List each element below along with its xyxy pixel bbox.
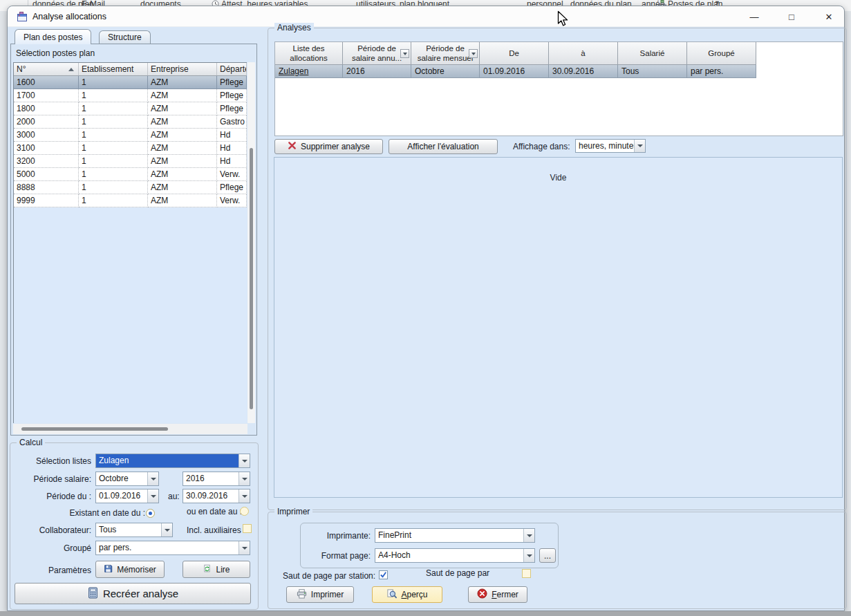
analyses-column-header[interactable]: De <box>480 42 549 65</box>
dropdown-arrow-button[interactable] <box>634 140 645 152</box>
plan-table-row[interactable]: 30001AZMHd <box>14 129 247 142</box>
plan-table-cell: AZM <box>148 76 217 89</box>
periode-salaire-month-combo[interactable]: Octobre <box>95 472 159 486</box>
recreer-analyse-button[interactable]: Recréer analyse <box>15 583 251 604</box>
analyses-column-header[interactable]: Salarié <box>618 42 687 65</box>
plan-table-row[interactable]: 18001AZMPflege <box>14 102 247 115</box>
plan-table-cell: 1 <box>79 89 148 102</box>
column-header-departement[interactable]: Départe <box>217 63 247 75</box>
browse-label: ... <box>544 551 551 561</box>
selection-listes-combo[interactable]: Zulagen <box>95 454 250 468</box>
collaborateur-label: Collaborateur: <box>15 525 91 535</box>
dropdown-arrow-button[interactable] <box>239 454 250 467</box>
periode-au-combo[interactable]: 30.09.2016 <box>183 489 250 503</box>
vertical-scrollbar[interactable] <box>247 62 255 423</box>
browse-format-button[interactable]: ... <box>539 548 556 563</box>
column-header-etablissement[interactable]: Etablissement <box>79 63 148 75</box>
plan-table-row[interactable]: 17001AZMPflege <box>14 89 247 102</box>
plan-table-row[interactable]: 32001AZMHd <box>14 155 247 168</box>
analyses-table-row[interactable]: Zulagen2016Octobre01.09.201630.09.2016To… <box>275 65 843 78</box>
analyses-row-cell: 01.09.2016 <box>480 65 549 78</box>
analyses-column-header[interactable]: Période de salaire mensuel <box>411 42 480 65</box>
affichage-dans-value: heures, minutes de l <box>576 140 634 152</box>
dropdown-arrow-button[interactable] <box>523 529 534 542</box>
plan-table-cell: 3100 <box>14 142 79 155</box>
memoriser-button[interactable]: Mémoriser <box>95 561 165 578</box>
plan-table-cell: AZM <box>148 89 217 102</box>
dropdown-arrow-button[interactable] <box>161 523 172 536</box>
groupe-label: Groupé <box>15 543 91 553</box>
afficher-evaluation-button[interactable]: Afficher l'évaluation <box>389 139 498 154</box>
plan-table-cell: 1 <box>79 76 148 89</box>
dropdown-arrow-button[interactable] <box>239 472 250 485</box>
plan-table-row[interactable]: 99991AZMVerw. <box>14 194 247 207</box>
apercu-button[interactable]: Aperçu <box>372 586 442 603</box>
analyses-column-header-label: Liste des allocations <box>290 44 327 64</box>
periode-du-combo[interactable]: 01.09.2016 <box>95 489 159 503</box>
imprimer-button[interactable]: Imprimer <box>286 586 354 603</box>
plan-table-row[interactable]: 88881AZMPflege <box>14 181 247 194</box>
plan-table-cell: Pflege <box>217 102 247 115</box>
incl-auxiliaires-checkbox[interactable] <box>243 524 252 533</box>
horizontal-scrollbar-thumb[interactable] <box>21 427 168 431</box>
plan-table-cell: 1 <box>79 155 148 168</box>
periode-salaire-year-combo[interactable]: 2016 <box>183 472 250 486</box>
plan-table-cell: 1800 <box>14 102 79 115</box>
column-header-numero[interactable]: N° <box>14 63 79 75</box>
plan-table-cell: Pflege <box>217 89 247 102</box>
periode-au-value: 30.09.2016 <box>183 489 239 503</box>
affichage-dans-combo[interactable]: heures, minutes de l <box>575 139 646 153</box>
saut-page-par-label: Saut de page par <box>426 568 489 578</box>
imprimante-combo[interactable]: FinePrint <box>375 528 535 543</box>
plan-table-cell: 3000 <box>14 129 79 142</box>
saut-page-station-checkbox[interactable] <box>379 570 388 579</box>
horizontal-scrollbar[interactable] <box>13 424 247 434</box>
plan-group-label: Sélection postes plan <box>16 48 95 58</box>
dropdown-arrow-button[interactable] <box>239 489 250 503</box>
plan-table-cell: 1600 <box>14 76 79 89</box>
column-header-entreprise[interactable]: Entreprise <box>148 63 217 75</box>
calcul-group-label: Calcul <box>17 438 45 447</box>
dropdown-arrow-button[interactable] <box>523 549 534 562</box>
close-button[interactable]: ✕ <box>818 8 840 25</box>
vertical-scrollbar-thumb[interactable] <box>250 148 253 409</box>
plan-table-body: 16001AZMPflege17001AZMPflege18001AZMPfle… <box>14 76 247 207</box>
tab-plan-des-postes[interactable]: Plan des postes <box>15 29 91 44</box>
minimize-button[interactable]: — <box>743 8 765 25</box>
maximize-button[interactable]: □ <box>780 8 803 25</box>
collaborateur-combo[interactable]: Tous <box>95 523 173 537</box>
plan-table-row[interactable]: 20001AZMGastro <box>14 115 247 129</box>
analyses-column-header[interactable]: à <box>549 42 618 65</box>
column-filter-arrow[interactable] <box>469 49 478 58</box>
periode-du-label: Période du : <box>15 492 91 501</box>
groupe-value: par pers. <box>96 541 239 554</box>
dropdown-arrow-button[interactable] <box>147 472 158 485</box>
plan-table-row[interactable]: 31001AZMHd <box>14 142 247 155</box>
analyses-row-cell: 30.09.2016 <box>549 65 618 78</box>
groupe-combo[interactable]: par pers. <box>95 541 250 555</box>
supprimer-analyse-button[interactable]: Supprimer analyse <box>274 139 383 154</box>
analyses-column-header-label: à <box>581 48 585 58</box>
analyses-column-header[interactable]: Période de salaire annu... <box>343 42 411 65</box>
column-filter-arrow[interactable] <box>400 49 409 58</box>
tab-structure[interactable]: Structure <box>99 30 151 44</box>
dropdown-arrow-button[interactable] <box>239 541 250 554</box>
fermer-button[interactable]: Fermer <box>468 586 527 603</box>
analyses-row-cell: Tous <box>618 65 687 78</box>
analyses-groupbox: Analyses Liste des allocationsPériode de… <box>268 28 847 510</box>
existant-en-date-radio[interactable] <box>146 509 155 518</box>
dropdown-arrow-button[interactable] <box>147 489 158 503</box>
analyses-column-header[interactable]: Groupé <box>687 42 756 65</box>
format-page-combo[interactable]: A4-Hoch <box>375 548 535 563</box>
plan-table-header: N° Etablissement Entreprise Départe <box>14 63 247 76</box>
plan-table-row[interactable]: 16001AZMPflege <box>14 76 247 89</box>
ou-en-date-radio[interactable] <box>240 507 249 516</box>
analyses-column-header[interactable]: Liste des allocations <box>275 42 343 65</box>
taskbar-edge <box>0 611 851 616</box>
close-circle-icon <box>477 588 487 601</box>
saut-page-par-checkbox[interactable] <box>522 569 531 578</box>
plan-table-cell: AZM <box>148 129 217 142</box>
imprimer-group-label: Imprimer <box>274 507 312 516</box>
plan-table-row[interactable]: 50001AZMVerw. <box>14 168 247 181</box>
lire-button[interactable]: Lire <box>183 561 250 578</box>
